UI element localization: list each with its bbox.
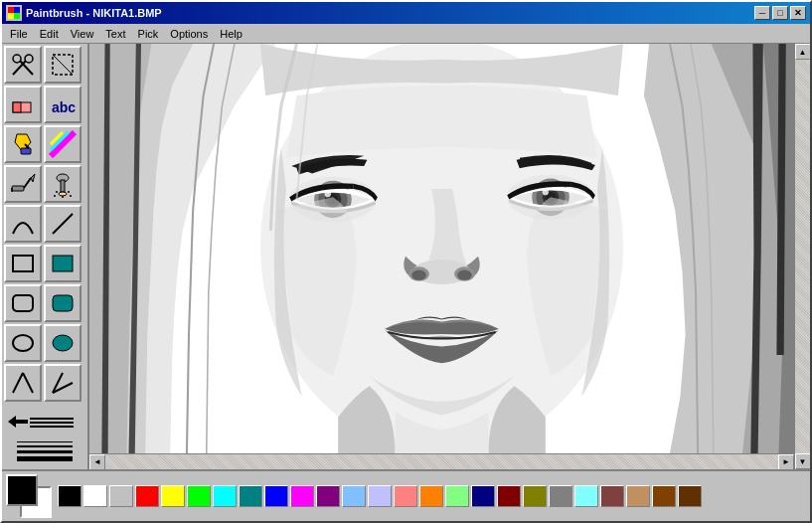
tool-ellipse-outline[interactable] [4,324,42,362]
svg-rect-2 [14,7,20,13]
swatch-dkred[interactable] [600,485,624,507]
line-thickness-selector [4,439,85,463]
window-controls: ─ □ ✕ [754,6,806,20]
move-indicator [4,410,85,434]
swatch-navy[interactable] [471,485,495,507]
tool-rect-fill[interactable] [44,245,81,282]
hscroll-left-button[interactable]: ◄ [89,454,105,470]
svg-line-40 [23,373,33,393]
swatch-red[interactable] [135,485,159,507]
close-button[interactable]: ✕ [790,6,806,20]
minimize-button[interactable]: ─ [754,6,770,20]
swatch-brown[interactable] [652,485,676,507]
title-bar: Paintbrush - NIKITA1.BMP ─ □ ✕ [2,2,810,24]
menu-options[interactable]: Options [164,26,214,42]
swatch-blue[interactable] [264,485,288,507]
tool-brush[interactable] [44,165,81,203]
vscroll-down-button[interactable]: ▼ [795,453,811,469]
svg-point-62 [543,189,549,195]
thickness-4[interactable] [17,456,73,461]
tool-round-rect-fill[interactable] [44,284,81,322]
thickness-1[interactable] [17,441,73,442]
tool-line[interactable] [44,205,81,243]
color-palette-bar [2,469,810,521]
canvas-container: ◄ ► [89,44,794,469]
hscroll-right-button[interactable]: ► [778,454,794,470]
swatch-lavender[interactable] [368,485,392,507]
swatch-purple[interactable] [316,485,340,507]
svg-point-56 [325,191,331,197]
tool-curve[interactable] [4,205,42,243]
menu-pick[interactable]: Pick [132,26,165,42]
swatch-magenta[interactable] [290,485,314,507]
thickness-2[interactable] [17,445,73,447]
svg-point-31 [70,195,72,197]
horizontal-scrollbar: ◄ ► [89,453,794,469]
menu-text[interactable]: Text [99,26,131,42]
menu-edit[interactable]: Edit [34,26,65,42]
tool-ellipse-fill[interactable] [44,324,81,362]
menu-view[interactable]: View [65,26,100,42]
svg-rect-35 [13,295,33,311]
svg-line-39 [13,373,23,393]
svg-rect-4 [14,13,20,19]
swatch-teal[interactable] [239,485,262,507]
svg-marker-43 [8,416,28,428]
vscroll-track[interactable] [795,60,810,453]
tool-pencil[interactable] [4,165,42,203]
color-swatches [58,485,806,507]
swatch-white[interactable] [83,485,107,507]
swatch-black[interactable] [58,485,81,507]
svg-rect-20 [12,186,24,191]
swatch-lgray[interactable] [109,485,133,507]
swatch-ltgreen[interactable] [445,485,469,507]
toolbar: abc [2,44,89,469]
tool-text[interactable]: abc [44,86,81,123]
svg-point-26 [59,192,67,196]
tool-polygon-fill[interactable] [44,364,81,402]
foreground-color[interactable] [6,474,38,506]
thickness-3[interactable] [17,450,73,453]
svg-point-27 [56,191,58,193]
tool-eraser[interactable] [4,86,42,123]
swatch-ltcyan[interactable] [574,485,598,507]
swatch-green[interactable] [187,485,211,507]
svg-point-67 [457,269,472,279]
svg-text:abc: abc [52,99,76,115]
swatch-orange[interactable] [419,485,443,507]
svg-rect-3 [8,13,14,19]
maximize-button[interactable]: □ [772,6,788,20]
tool-fill[interactable] [4,125,42,163]
tool-rect-outline[interactable] [4,245,42,282]
tool-scissors[interactable] [4,46,42,84]
menu-bar: File Edit View Text Pick Options Help [2,24,810,44]
tool-polygon-outline[interactable] [4,364,42,402]
menu-help[interactable]: Help [214,26,248,42]
swatch-maroon[interactable] [497,485,521,507]
canvas-scroll-area[interactable] [89,44,794,453]
canvas[interactable] [89,44,794,453]
vscroll-up-button[interactable]: ▲ [795,44,811,60]
menu-file[interactable]: File [4,26,34,42]
svg-rect-36 [53,295,73,311]
svg-line-17 [51,132,75,156]
swatch-olive[interactable] [523,485,547,507]
swatch-yellow[interactable] [161,485,185,507]
tool-round-rect-outline[interactable] [4,284,42,322]
svg-point-30 [62,196,64,198]
svg-line-22 [24,178,31,188]
swatch-gray[interactable] [549,485,572,507]
swatch-pink[interactable] [394,485,417,507]
tool-select-rect[interactable] [44,46,81,84]
swatch-ltblue[interactable] [342,485,366,507]
swatch-dkbrown[interactable] [678,485,702,507]
svg-rect-25 [61,180,65,192]
canvas-wrapper: ◄ ► [89,44,794,469]
swatch-tan[interactable] [626,485,650,507]
svg-point-29 [54,195,56,197]
app-icon [6,5,22,21]
swatch-cyan[interactable] [213,485,237,507]
hscroll-track[interactable] [105,454,778,469]
svg-point-28 [68,191,70,193]
tool-eyedropper[interactable] [44,125,81,163]
